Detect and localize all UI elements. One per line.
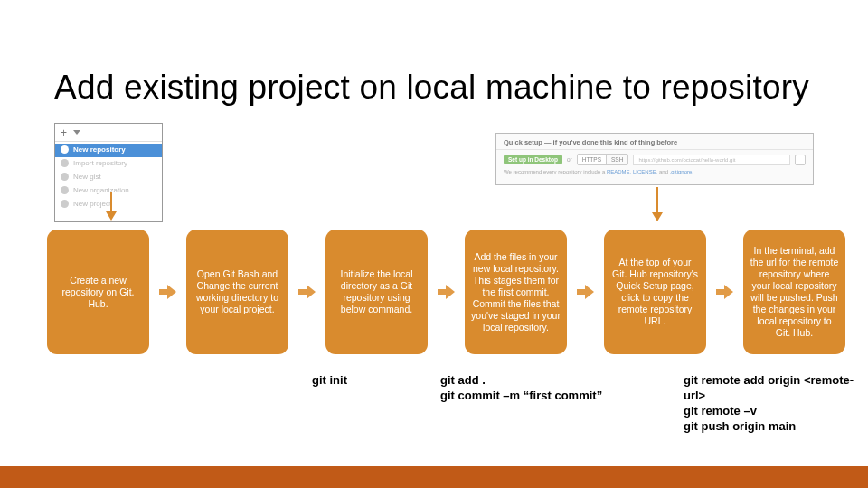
setup-desktop-button: Set up in Desktop: [504, 155, 562, 164]
quick-setup-controls: Set up in Desktop or HTTPSSSH https://gi…: [496, 150, 813, 169]
step-2: Open Git Bash and Change the current wor…: [186, 230, 288, 354]
or-label: or: [567, 156, 572, 163]
menu-header: +: [55, 124, 162, 142]
step-5: At the top of your Git. Hub repository's…: [604, 230, 706, 354]
cmd-git-remote-push: git remote add origin <remote-url> git r…: [684, 372, 868, 434]
project-icon: [61, 200, 69, 208]
cmd-git-add-commit: git add . git commit –m “first commit”: [440, 372, 602, 403]
plus-icon: +: [61, 128, 70, 137]
arrow-down-icon: [651, 187, 663, 221]
step-4: Add the files in your new local reposito…: [465, 230, 567, 354]
copy-icon: [795, 155, 806, 165]
repo-url-field: https://github.com/octocat/hello-world.g…: [633, 155, 790, 165]
process-flow: Create a new repository on Git. Hub. Ope…: [47, 230, 845, 354]
step-6: In the terminal, add the url for the rem…: [743, 230, 845, 354]
slide-title: Add existing project on local machine to…: [54, 69, 809, 107]
caret-down-icon: [73, 130, 80, 135]
gist-icon: [61, 173, 69, 181]
arrow-down-icon: [105, 192, 117, 221]
quick-setup-screenshot: Quick setup — if you've done this kind o…: [495, 133, 814, 185]
step-3: Initialize the local directory as a Git …: [326, 230, 428, 354]
arrow-right-icon: [716, 285, 733, 299]
import-icon: [61, 159, 69, 167]
quick-setup-note: We recommend every repository include a …: [496, 169, 813, 177]
menu-item-import: Import repository: [55, 157, 162, 171]
step-1: Create a new repository on Git. Hub.: [47, 230, 149, 354]
menu-item-gist: New gist: [55, 171, 162, 184]
arrow-right-icon: [159, 285, 176, 299]
quick-setup-heading: Quick setup — if you've done this kind o…: [496, 134, 813, 150]
protocol-toggle: HTTPSSSH: [577, 154, 629, 165]
arrow-right-icon: [577, 285, 594, 299]
repo-icon: [61, 145, 69, 154]
arrow-right-icon: [298, 285, 316, 299]
menu-item-new-repo: New repository: [55, 144, 162, 157]
footer-bar: [0, 466, 868, 488]
org-icon: [61, 186, 69, 194]
arrow-right-icon: [438, 285, 455, 299]
cmd-git-init: git init: [312, 372, 347, 388]
